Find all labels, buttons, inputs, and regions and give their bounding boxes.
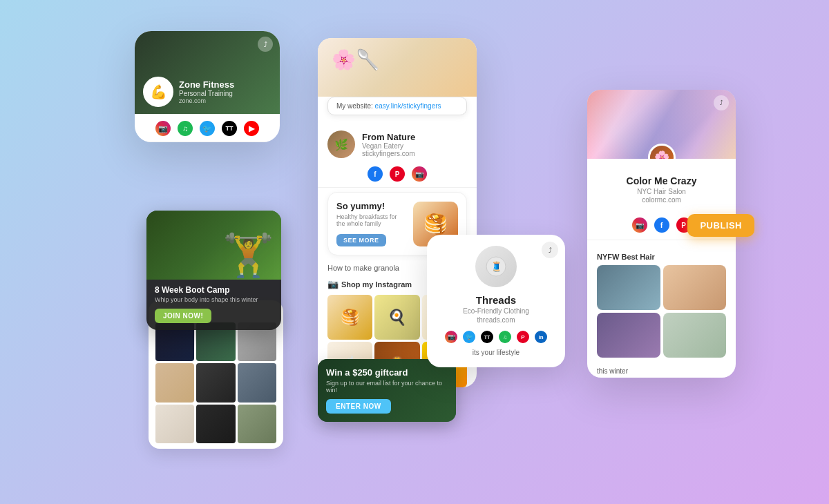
twitter-icon[interactable]: 🐦 [200,121,215,136]
threads-name: Threads [438,294,554,306]
nature-social-icons: f P 📷 [318,162,477,188]
nature-avatar: 🌿 [327,130,355,158]
hair-banner: ⤴ 🌸 [587,90,736,159]
instagram-icon[interactable]: 📷 [412,166,427,182]
nyfw-cell-2[interactable] [663,265,727,310]
t-twitter-icon[interactable]: 🐦 [463,331,475,343]
see-more-button[interactable]: SEE MORE [336,234,386,246]
threads-logo: 🧵 [475,246,517,287]
person-icon: 🏋️ [222,231,274,280]
nyfw-grid [597,265,726,358]
youtube-icon[interactable]: ▶ [244,121,259,136]
bootcamp-image: 🏋️ [146,211,281,280]
grid-cell-6[interactable] [238,363,276,402]
nature-url: stickyfingers.com [362,150,415,157]
grid-cell-8[interactable] [196,405,235,443]
nyfw-cell-3[interactable] [597,313,660,358]
c-facebook-icon[interactable]: f [654,217,669,233]
nyfw-cell-1[interactable] [597,265,660,310]
color-subtitle: NYC Hair Salon [597,188,726,195]
grid-cell-9[interactable] [238,405,276,443]
nature-info: From Nature Vegan Eatery stickyfingers.c… [362,132,415,157]
pinterest-icon[interactable]: P [390,166,405,182]
join-now-button[interactable]: JOIN NOW! [155,309,211,323]
tiktok-icon[interactable]: TT [222,121,237,136]
threads-social-icons: 📷 🐦 TT ♫ P in [438,331,554,343]
hair-share-button[interactable]: ⤴ [714,95,729,110]
threads-url: threads.com [438,316,554,324]
facebook-icon[interactable]: f [368,166,383,182]
bootcamp-content: 8 Week Boot Camp Whip your body into sha… [146,280,281,330]
giveaway-card: Win a $250 giftcard Sign up to our email… [318,359,456,422]
giveaway-title: Win a $250 giftcard [326,367,448,378]
zone-social-icons: 📷 ♫ 🐦 TT ▶ [135,114,280,142]
nyfw-section: NYFW Best Hair [587,247,736,363]
website-prefix: My website: [336,102,373,110]
t-linkedin-icon[interactable]: in [535,331,547,343]
grid-cell-4[interactable] [155,363,194,402]
food-card-title: So yummy! [336,201,406,211]
threads-subtitle: Eco-Friendly Clothing [438,307,554,315]
ig-cell-1[interactable]: 🥞 [327,295,372,340]
main-scene: ⤴ 💪 Zone Fitness Personal Training zone.… [0,0,829,504]
nature-subtitle: Vegan Eatery [362,142,415,150]
giveaway-content: Win a $250 giftcard Sign up to our email… [326,367,448,414]
shop-instagram-icon: 📷 [327,279,339,289]
bootcamp-card: 🏋️ 8 Week Boot Camp Whip your body into … [146,211,281,330]
t-instagram-icon[interactable]: 📷 [445,331,457,343]
zone-fitness-card: ⤴ 💪 Zone Fitness Personal Training zone.… [135,31,280,142]
threads-card: ⤴ 🧵 Threads Eco-Friendly Clothing thread… [427,235,565,367]
color-profile-content: Color Me Crazy NYC Hair Salon colormc.co… [587,159,736,217]
svg-text:🧵: 🧵 [490,261,503,273]
c-instagram-icon[interactable]: 📷 [632,217,647,233]
nyfw-cell-4[interactable] [663,313,727,358]
nature-name: From Nature [362,132,415,142]
website-banner: My website: easy.link/stickyfingers [327,97,467,115]
zone-subtitle: Personal Training [179,90,234,97]
t-spotify-icon[interactable]: ♫ [499,331,511,343]
threads-share-button[interactable]: ⤴ [542,242,558,258]
bootcamp-title: 8 Week Boot Camp [155,285,273,295]
t-pinterest-icon[interactable]: P [517,331,529,343]
share-button[interactable]: ⤴ [258,37,273,52]
spotify-icon[interactable]: ♫ [178,121,193,136]
publish-button[interactable]: PUBLISH [687,214,754,237]
this-winter-text: this winter [587,363,736,378]
food-banner-icons: 🌸🥄 [332,48,477,71]
nature-profile: 🌿 From Nature Vegan Eatery stickyfingers… [318,122,477,162]
food-card-text: So yummy! Healthy breakfasts for the who… [336,201,406,246]
zone-name: Zone Fitness [179,79,234,90]
website-link[interactable]: easy.link/stickyfingers [375,102,441,110]
color-name: Color Me Crazy [597,175,726,186]
food-card-desc: Healthy breakfasts for the whole family [336,213,406,227]
grid-cell-7[interactable] [155,405,194,443]
zone-url: zone.com [179,97,234,104]
food-banner: 🌸🥄 [318,38,477,97]
zone-banner: ⤴ 💪 Zone Fitness Personal Training zone.… [135,31,280,114]
instagram-icon[interactable]: 📷 [155,121,171,136]
color-url: colormc.com [597,196,726,204]
ig-cell-2[interactable]: 🍳 [374,295,419,340]
enter-now-button[interactable]: ENTER NOW [326,399,391,414]
nyfw-title: NYFW Best Hair [597,253,726,261]
image-grid [155,322,276,443]
shop-instagram-label: Shop my Instagram [341,280,412,289]
grid-cell-5[interactable] [196,363,235,402]
threads-tagline: its your lifestyle [438,349,554,356]
giveaway-desc: Sign up to our email list for your chanc… [326,380,448,394]
zone-avatar: 💪 [143,77,173,107]
bootcamp-desc: Whip your body into shape this winter [155,296,273,303]
zone-profile-info: Zone Fitness Personal Training zone.com [179,79,234,105]
t-tiktok-icon[interactable]: TT [481,331,493,343]
